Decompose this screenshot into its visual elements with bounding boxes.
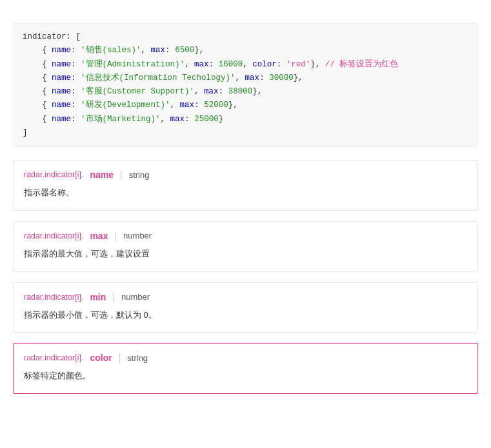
prop-desc-min: 指示器的最小值，可选，默认为 0。 <box>24 309 467 322</box>
code-line-2: { name: '销售(sales)', max: 6500}, <box>23 44 468 57</box>
prop-path-max: radar.indicator[i]. <box>24 231 83 240</box>
code-line-3: { name: '管理(Administration)', max: 16000… <box>23 58 468 72</box>
prop-type-max: number <box>123 231 152 240</box>
code-line-1: indicator: [ <box>23 30 468 44</box>
code-block: indicator: [ { name: '销售(sales)', max: 6… <box>13 23 478 147</box>
prop-header-min: radar.indicator[i].min | number <box>24 292 467 302</box>
code-line-5: { name: '客服(Customer Support)', max: 380… <box>23 85 468 99</box>
prop-divider-min: | <box>112 292 115 302</box>
code-line-7: { name: '市场(Marketing)', max: 25000} <box>23 113 468 126</box>
prop-path-color: radar.indicator[i]. <box>24 353 83 362</box>
prop-header-name: radar.indicator[i].name | string <box>24 170 467 180</box>
prop-type-name: string <box>129 170 150 180</box>
prop-header-color: radar.indicator[i].color | string <box>24 353 467 363</box>
prop-name-color: color <box>90 353 112 363</box>
code-line-8: ] <box>23 126 468 140</box>
prop-card-max: radar.indicator[i].max | number 指示器的最大值，… <box>13 221 478 272</box>
prop-name-name: name <box>90 170 114 180</box>
code-line-6: { name: '研发(Development)', max: 52000}, <box>23 99 468 112</box>
prop-cards-container: radar.indicator[i].name | string 指示器名称。 … <box>13 160 478 394</box>
prop-card-name: radar.indicator[i].name | string 指示器名称。 <box>13 160 478 211</box>
prop-header-max: radar.indicator[i].max | number <box>24 231 467 241</box>
prop-card-color: radar.indicator[i].color | string 标签特定的颜… <box>13 343 478 394</box>
prop-divider-max: | <box>114 231 117 241</box>
prop-type-min: number <box>121 292 150 302</box>
prop-desc-color: 标签特定的颜色。 <box>24 369 467 383</box>
prop-divider-name: | <box>120 170 123 180</box>
header-section <box>13 8 478 14</box>
prop-path-min: radar.indicator[i]. <box>24 293 83 302</box>
prop-desc-name: 指示器名称。 <box>24 186 467 200</box>
prop-name-min: min <box>90 292 106 302</box>
prop-card-min: radar.indicator[i].min | number 指示器的最小值，… <box>13 282 478 333</box>
code-line-4: { name: '信息技术(Information Techology)', m… <box>23 72 468 85</box>
page-container: indicator: [ { name: '销售(sales)', max: 6… <box>0 0 491 417</box>
prop-type-color: string <box>127 353 148 363</box>
prop-divider-color: | <box>119 353 121 363</box>
prop-path-name: radar.indicator[i]. <box>24 170 83 179</box>
prop-desc-max: 指示器的最大值，可选，建议设置 <box>24 248 467 261</box>
prop-name-max: max <box>90 231 108 241</box>
